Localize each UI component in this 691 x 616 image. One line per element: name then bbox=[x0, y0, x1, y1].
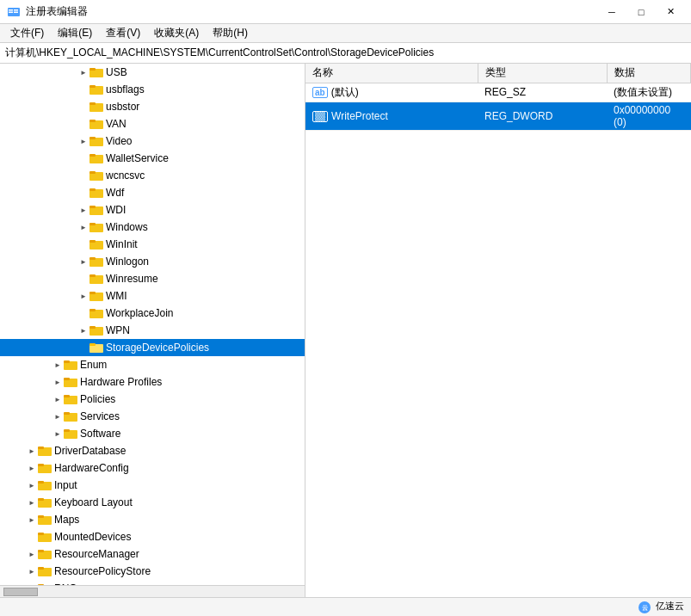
menu-item-f[interactable]: 文件(F) bbox=[3, 24, 51, 42]
maximize-button[interactable]: □ bbox=[627, 3, 655, 21]
folder-icon-van bbox=[89, 118, 103, 130]
folder-icon-usbflags bbox=[89, 83, 103, 95]
expand-arrow-services[interactable]: ► bbox=[52, 410, 64, 422]
menu-item-h[interactable]: 帮助(H) bbox=[206, 24, 255, 42]
tree-node-usb[interactable]: ► USB bbox=[0, 64, 305, 81]
expand-arrow-resourcepolicystore[interactable]: ► bbox=[26, 565, 38, 577]
tree-node-resourcepolicystore[interactable]: ► ResourcePolicyStore bbox=[0, 563, 305, 580]
expand-arrow-windows[interactable]: ► bbox=[77, 221, 89, 233]
expand-arrow-wdi[interactable]: ► bbox=[77, 204, 89, 216]
tree-node-input[interactable]: ► Input bbox=[0, 477, 305, 494]
tree-node-winresume[interactable]: Winresume bbox=[0, 270, 305, 287]
window-controls: ─ □ ✕ bbox=[598, 3, 684, 21]
folder-icon-software bbox=[64, 428, 77, 440]
svg-rect-3 bbox=[14, 9, 18, 11]
svg-rect-28 bbox=[89, 257, 96, 260]
expand-arrow-hardwareconfig[interactable]: ► bbox=[26, 462, 38, 474]
svg-rect-14 bbox=[89, 137, 96, 139]
node-label-wmi: WMI bbox=[106, 290, 127, 302]
tree-node-usbstor[interactable]: usbstor bbox=[0, 98, 305, 115]
svg-rect-12 bbox=[89, 120, 96, 122]
tree-node-van[interactable]: VAN bbox=[0, 115, 305, 132]
tree-node-walletservice[interactable]: WalletService bbox=[0, 150, 305, 167]
expand-arrow-driverdatabase[interactable]: ► bbox=[26, 445, 38, 457]
folder-icon-wdi bbox=[89, 204, 103, 216]
col-name: 名称 bbox=[305, 64, 478, 83]
folder-icon-keyboardlayout bbox=[38, 496, 52, 508]
expand-arrow-policies[interactable]: ► bbox=[52, 393, 64, 405]
svg-rect-52 bbox=[38, 464, 44, 466]
menu-item-a[interactable]: 收藏夹(A) bbox=[147, 24, 206, 42]
tree-node-wcncsvc[interactable]: wcncsvc bbox=[0, 167, 305, 184]
svg-rect-60 bbox=[38, 533, 44, 535]
app-icon bbox=[7, 5, 21, 19]
expand-arrow-hardwareprofiles[interactable]: ► bbox=[52, 376, 64, 388]
cell-type-writeprotect: REG_DWORD bbox=[478, 102, 607, 130]
tree-node-mounteddevices[interactable]: MountedDevices bbox=[0, 528, 305, 545]
tree-node-policies[interactable]: ► Policies bbox=[0, 391, 305, 408]
menu-item-v[interactable]: 查看(V) bbox=[99, 24, 147, 42]
minimize-button[interactable]: ─ bbox=[598, 3, 626, 21]
close-button[interactable]: ✕ bbox=[657, 3, 684, 21]
title-bar: 注册表编辑器 ─ □ ✕ bbox=[0, 0, 691, 24]
table-row-writeprotect[interactable]: ▒▒WriteProtectREG_DWORD0x00000000 (0) bbox=[305, 102, 691, 130]
node-label-services: Services bbox=[80, 410, 120, 422]
tree-node-storagedevicepolicies[interactable]: StorageDevicePolicies bbox=[0, 339, 305, 356]
cell-data-writeprotect: 0x00000000 (0) bbox=[607, 102, 691, 130]
tree-hscroll[interactable] bbox=[0, 585, 305, 597]
expand-arrow-usb[interactable]: ► bbox=[77, 66, 89, 78]
menu-item-e[interactable]: 编辑(E) bbox=[51, 24, 99, 42]
tree-node-wmi[interactable]: ► WMI bbox=[0, 287, 305, 305]
tree-node-usbflags[interactable]: usbflags bbox=[0, 81, 305, 98]
tree-node-video[interactable]: ► Video bbox=[0, 132, 305, 150]
folder-icon-walletservice bbox=[89, 152, 103, 164]
svg-rect-8 bbox=[89, 85, 96, 88]
tree-node-software[interactable]: ► Software bbox=[0, 425, 305, 442]
col-type: 类型 bbox=[478, 64, 607, 83]
tree-node-services[interactable]: ► Services bbox=[0, 408, 305, 425]
tree-node-wpn[interactable]: ► WPN bbox=[0, 322, 305, 339]
node-label-winresume: Winresume bbox=[106, 273, 158, 285]
expand-arrow-input[interactable]: ► bbox=[26, 479, 38, 491]
tree-node-wininit[interactable]: WinInit bbox=[0, 236, 305, 253]
folder-icon-winresume bbox=[89, 273, 103, 285]
right-scroll[interactable]: 名称 类型 数据 ab(默认)REG_SZ(数值未设置)▒▒WriteProte… bbox=[305, 64, 691, 597]
node-label-mounteddevices: MountedDevices bbox=[54, 531, 131, 543]
expand-arrow-wpn[interactable]: ► bbox=[77, 324, 89, 336]
expand-arrow-enum[interactable]: ► bbox=[52, 359, 64, 371]
table-row-default[interactable]: ab(默认)REG_SZ(数值未设置) bbox=[305, 83, 691, 102]
tree-node-hardwareconfig[interactable]: ► HardwareConfig bbox=[0, 459, 305, 477]
expand-arrow-keyboardlayout[interactable]: ► bbox=[26, 496, 38, 508]
node-label-enum: Enum bbox=[80, 359, 107, 371]
expand-arrow-wmi[interactable]: ► bbox=[77, 290, 89, 302]
tree-node-enum[interactable]: ► Enum bbox=[0, 356, 305, 373]
tree-node-wdi[interactable]: ► WDI bbox=[0, 201, 305, 219]
tree-scroll[interactable]: ► USB usbflags usbstor VAN► Video Wallet… bbox=[0, 64, 305, 585]
svg-rect-30 bbox=[89, 274, 96, 277]
tree-node-resourcemanager[interactable]: ► ResourceManager bbox=[0, 545, 305, 563]
tree-node-keyboardlayout[interactable]: ► Keyboard Layout bbox=[0, 494, 305, 511]
tree-node-winlogon[interactable]: ► Winlogon bbox=[0, 253, 305, 270]
tree-node-maps[interactable]: ► Maps bbox=[0, 511, 305, 528]
app-title: 注册表编辑器 bbox=[26, 4, 88, 19]
folder-icon-workplacejoin bbox=[89, 307, 103, 319]
node-label-usbflags: usbflags bbox=[106, 83, 145, 95]
expand-arrow-resourcemanager[interactable]: ► bbox=[26, 548, 38, 560]
folder-icon-wmi bbox=[89, 290, 103, 302]
svg-rect-38 bbox=[89, 343, 96, 346]
tree-node-workplacejoin[interactable]: WorkplaceJoin bbox=[0, 305, 305, 322]
svg-rect-6 bbox=[89, 68, 96, 71]
folder-icon-resourcepolicystore bbox=[38, 565, 52, 577]
svg-rect-44 bbox=[64, 395, 70, 397]
brand-icon: 云 bbox=[638, 601, 651, 614]
folder-icon-maps bbox=[38, 514, 52, 526]
expand-arrow-video[interactable]: ► bbox=[77, 135, 89, 147]
expand-arrow-software[interactable]: ► bbox=[52, 428, 64, 440]
tree-node-wdf[interactable]: Wdf bbox=[0, 184, 305, 201]
tree-node-hardwareprofiles[interactable]: ► Hardware Profiles bbox=[0, 373, 305, 391]
tree-node-windows[interactable]: ► Windows bbox=[0, 219, 305, 236]
folder-icon-input bbox=[38, 479, 52, 491]
expand-arrow-maps[interactable]: ► bbox=[26, 514, 38, 526]
expand-arrow-winlogon[interactable]: ► bbox=[77, 256, 89, 268]
tree-node-driverdatabase[interactable]: ► DriverDatabase bbox=[0, 442, 305, 459]
